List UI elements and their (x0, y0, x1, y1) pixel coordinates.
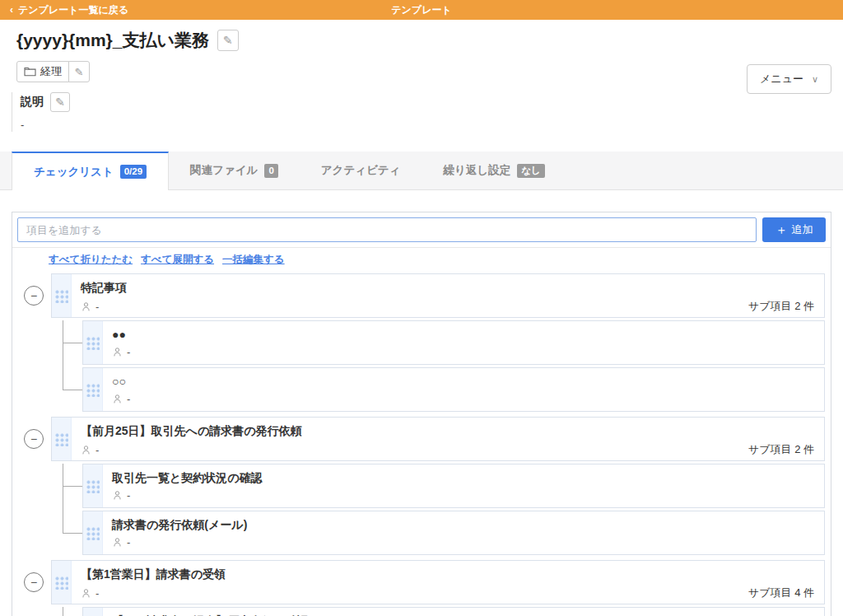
menu-button[interactable]: メニュー ∨ (747, 64, 831, 94)
folder-link[interactable]: 経理 (40, 64, 62, 79)
drag-dots-icon (86, 336, 100, 350)
assignee-icon (112, 537, 123, 548)
checklist-item-row[interactable]: ○○ - (82, 367, 825, 412)
tree-actions: すべて折りたたむ すべて展開する 一括編集する (49, 253, 831, 266)
assignee-icon (112, 347, 123, 357)
assignee-value[interactable]: - (127, 346, 130, 358)
drag-handle[interactable] (83, 368, 103, 411)
child-row-container: 【PDF請求書の場合】原本有無の確認 - (82, 607, 825, 616)
drag-handle[interactable] (83, 464, 103, 507)
drag-dots-icon (54, 289, 68, 303)
child-row-container: ●● - (82, 320, 825, 365)
edit-folder-button[interactable]: ✎ (68, 61, 90, 82)
tab-repeat-settings[interactable]: 繰り返し設定 なし (422, 152, 566, 189)
parent-row-container: − 特記事項 - サブ項目 2 件 (51, 273, 825, 318)
sub-item-count: サブ項目 4 件 (748, 586, 814, 600)
drag-dots-icon (86, 383, 100, 397)
row-content: 特記事項 - サブ項目 2 件 (72, 274, 824, 317)
drag-handle[interactable] (52, 418, 72, 460)
child-row-container: ○○ - (82, 367, 825, 412)
checklist-tree: すべて折りたたむ すべて展開する 一括編集する − 特記事項 (12, 248, 831, 616)
drag-handle[interactable] (52, 561, 72, 604)
menu-label: メニュー (760, 72, 803, 86)
pencil-icon: ✎ (75, 66, 84, 78)
drag-dots-icon (54, 576, 68, 590)
tab-activity[interactable]: アクティビティ (300, 152, 422, 189)
checklist-item-row[interactable]: 【第1営業日】請求書の受領 - サブ項目 4 件 (51, 560, 825, 604)
collapse-toggle-button[interactable]: − (24, 429, 44, 449)
assignee-value[interactable]: - (95, 444, 99, 456)
pencil-icon: ✎ (223, 34, 233, 47)
top-bar: ‹ テンプレート一覧に戻る テンプレート (0, 0, 843, 20)
checklist-item-row[interactable]: 請求書の発行依頼(メール) - (82, 511, 825, 555)
item-title: 【第1営業日】請求書の受領 (81, 567, 814, 582)
header: {yyyy}{mm}_支払い業務 ✎ 経理 ✎ 説明 ✎ - メニュー ∨ (0, 30, 843, 132)
edit-title-button[interactable]: ✎ (217, 30, 239, 51)
tab-label: アクティビティ (321, 163, 401, 178)
bulk-edit-link[interactable]: 一括編集する (222, 253, 285, 266)
collapse-toggle-button[interactable]: − (24, 286, 44, 306)
item-title: 【前月25日】取引先への請求書の発行依頼 (81, 423, 814, 439)
folder-row: 経理 ✎ (16, 61, 90, 82)
minus-icon: − (30, 431, 37, 447)
item-meta-row: - (112, 489, 814, 502)
tab-label: 繰り返し設定 (444, 163, 511, 178)
item-title: ●● (112, 327, 814, 343)
checklist-item-row[interactable]: ●● - (82, 320, 825, 365)
checklist-item-row[interactable]: 取引先一覧と契約状況の確認 - (82, 464, 825, 508)
assignee-value[interactable]: - (95, 587, 99, 600)
expand-all-link[interactable]: すべて展開する (141, 253, 214, 266)
parent-row-container: − 【第1営業日】請求書の受領 - サ (51, 560, 825, 604)
page-title: {yyyy}{mm}_支払い業務 (16, 30, 209, 51)
tab-status-badge: なし (517, 164, 545, 178)
assignee-icon (112, 490, 123, 501)
add-item-button[interactable]: ＋ 追加 (762, 217, 826, 242)
child-row-container: 請求書の発行依頼(メール) - (82, 511, 825, 555)
drag-handle[interactable] (83, 608, 103, 616)
checklist-item-row[interactable]: 【PDF請求書の場合】原本有無の確認 - (82, 607, 825, 616)
tab-checklist[interactable]: チェックリスト 0/29 (12, 152, 169, 190)
assignee-value[interactable]: - (127, 393, 130, 405)
tab-related-files[interactable]: 関連ファイル 0 (169, 152, 300, 189)
checklist-item-row[interactable]: 【前月25日】取引先への請求書の発行依頼 - サブ項目 2 件 (51, 417, 825, 461)
checklist-item-row[interactable]: 特記事項 - サブ項目 2 件 (51, 273, 825, 318)
row-content: ○○ - (103, 368, 824, 411)
assignee-value[interactable]: - (127, 489, 130, 502)
minus-icon: − (30, 287, 37, 304)
folder-tag: 経理 (16, 61, 69, 82)
drag-handle[interactable] (52, 274, 72, 317)
drag-handle[interactable] (83, 511, 103, 554)
assignee-value[interactable]: - (127, 536, 130, 548)
checklist-panel: ＋ 追加 すべて折りたたむ すべて展開する 一括編集する − 特記事項 (12, 212, 831, 616)
assignee-icon (81, 301, 91, 312)
plus-icon: ＋ (775, 222, 788, 238)
tab-bar: チェックリスト 0/29 関連ファイル 0 アクティビティ 繰り返し設定 なし (0, 152, 843, 190)
collapse-toggle-button[interactable]: − (24, 572, 44, 592)
assignee-icon (81, 445, 91, 455)
drag-handle[interactable] (83, 321, 103, 364)
chevron-down-icon: ∨ (812, 74, 818, 85)
pencil-icon: ✎ (55, 96, 65, 109)
child-row-container: 取引先一覧と契約状況の確認 - (82, 464, 825, 508)
item-meta-row: - サブ項目 2 件 (81, 299, 814, 314)
item-meta-row: - (112, 536, 814, 548)
item-title: 取引先一覧と契約状況の確認 (112, 470, 814, 486)
row-content: 【前月25日】取引先への請求書の発行依頼 - サブ項目 2 件 (72, 418, 824, 460)
title-row: {yyyy}{mm}_支払い業務 ✎ (16, 30, 843, 51)
back-to-template-list-link[interactable]: ‹ テンプレート一覧に戻る (10, 3, 128, 17)
add-item-input[interactable] (17, 217, 757, 242)
parent-row-container: − 【前月25日】取引先への請求書の発行依頼 - (51, 417, 825, 461)
assignee-value[interactable]: - (95, 301, 99, 313)
assignee-icon (112, 394, 123, 404)
item-meta-row: - サブ項目 2 件 (81, 442, 814, 457)
child-rows: 【PDF請求書の場合】原本有無の確認 - (82, 607, 825, 616)
collapse-all-link[interactable]: すべて折りたたむ (49, 253, 133, 266)
edit-description-button[interactable]: ✎ (50, 92, 70, 112)
description-label: 説明 (21, 95, 44, 110)
sub-item-count: サブ項目 2 件 (748, 442, 814, 457)
checklist-group: − 【前月25日】取引先への請求書の発行依頼 - (12, 417, 831, 555)
description-value: - (21, 119, 843, 132)
child-rows: ●● - (82, 320, 825, 412)
description-label-row: 説明 ✎ (21, 92, 843, 112)
checklist-group: − 【第1営業日】請求書の受領 - サ (12, 560, 831, 616)
